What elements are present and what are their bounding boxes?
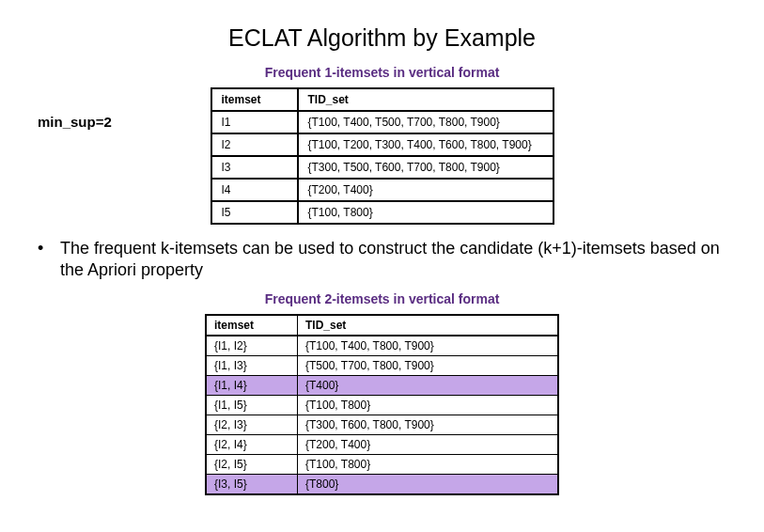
table2-header-itemset: itemset [206, 315, 298, 336]
cell-itemset: I1 [211, 111, 298, 133]
cell-tidset: {T100, T400, T500, T700, T800, T900} [298, 111, 554, 133]
bullet-text: The frequent k-itemsets can be used to c… [60, 238, 726, 282]
cell-tidset: {T800} [298, 474, 559, 494]
cell-itemset: {I2, I5} [206, 454, 298, 474]
subtitle-1: Frequent 1-itemsets in vertical format [0, 65, 764, 80]
cell-itemset: {I1, I5} [206, 395, 298, 415]
subtitle-2: Frequent 2-itemsets in vertical format [0, 291, 764, 306]
table-row: I1{T100, T400, T500, T700, T800, T900} [211, 111, 554, 133]
cell-itemset: I5 [211, 201, 298, 224]
table1-header-tidset: TID_set [298, 88, 554, 111]
cell-itemset: {I2, I4} [206, 434, 298, 454]
table-row: {I1, I4}{T400} [206, 375, 558, 395]
cell-tidset: {T200, T400} [298, 179, 554, 201]
cell-tidset: {T100, T800} [298, 201, 554, 224]
table1-wrap: min_sup=2 itemset TID_set I1{T100, T400,… [0, 87, 764, 225]
frequent-1-itemsets-table: itemset TID_set I1{T100, T400, T500, T70… [210, 87, 554, 225]
cell-tidset: {T100, T800} [298, 395, 559, 415]
frequent-2-itemsets-table: itemset TID_set {I1, I2}{T100, T400, T80… [205, 314, 559, 495]
cell-itemset: {I3, I5} [206, 474, 298, 494]
cell-tidset: {T500, T700, T800, T900} [298, 355, 559, 375]
cell-itemset: I3 [211, 156, 298, 179]
cell-itemset: I4 [211, 179, 298, 201]
table-row: I4{T200, T400} [211, 179, 554, 201]
cell-itemset: {I1, I4} [206, 375, 298, 395]
table1-header-itemset: itemset [211, 88, 298, 111]
table-row: I5{T100, T800} [211, 201, 554, 224]
cell-tidset: {T100, T400, T800, T900} [298, 336, 559, 356]
table-row: {I1, I2}{T100, T400, T800, T900} [206, 336, 558, 356]
cell-tidset: {T400} [298, 375, 559, 395]
cell-tidset: {T300, T500, T600, T700, T800, T900} [298, 156, 554, 179]
cell-tidset: {T200, T400} [298, 434, 559, 454]
cell-tidset: {T100, T200, T300, T400, T600, T800, T90… [298, 133, 554, 156]
table2-header-tidset: TID_set [298, 315, 559, 336]
cell-tidset: {T100, T800} [298, 454, 559, 474]
table-row: {I3, I5}{T800} [206, 474, 558, 494]
bullet-dot: • [38, 238, 60, 282]
cell-itemset: {I2, I3} [206, 415, 298, 434]
table-row: {I2, I5}{T100, T800} [206, 454, 558, 474]
cell-itemset: {I1, I3} [206, 355, 298, 375]
table-row: {I1, I5}{T100, T800} [206, 395, 558, 415]
cell-itemset: {I1, I2} [206, 336, 298, 356]
cell-tidset: {T300, T600, T800, T900} [298, 415, 559, 434]
cell-itemset: I2 [211, 133, 298, 156]
table-row: I3{T300, T500, T600, T700, T800, T900} [211, 156, 554, 179]
table-row: {I1, I3}{T500, T700, T800, T900} [206, 355, 558, 375]
table-row: {I2, I3}{T300, T600, T800, T900} [206, 415, 558, 434]
body-bullet: • The frequent k-itemsets can be used to… [38, 238, 726, 282]
table-row: I2{T100, T200, T300, T400, T600, T800, T… [211, 133, 554, 156]
min-sup-label: min_sup=2 [38, 114, 112, 130]
page-title: ECLAT Algorithm by Example [0, 24, 764, 52]
table2-wrap: itemset TID_set {I1, I2}{T100, T400, T80… [0, 314, 764, 495]
table-row: {I2, I4}{T200, T400} [206, 434, 558, 454]
